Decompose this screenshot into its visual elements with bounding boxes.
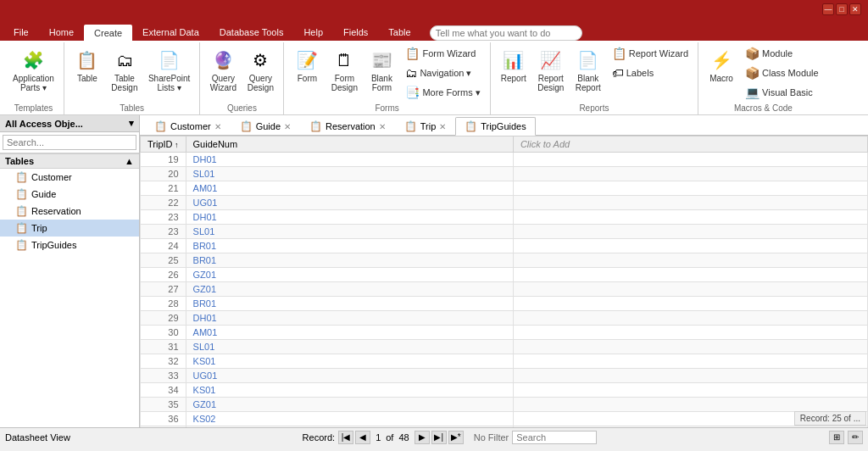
report-button[interactable]: 📊 Report — [496, 44, 531, 86]
more-forms-button[interactable]: 📑 More Forms ▾ — [401, 83, 484, 102]
table-design-button[interactable]: 🗂 TableDesign — [107, 44, 142, 95]
table-row[interactable]: 29DH01 — [141, 311, 868, 326]
sharepoint-lists-button[interactable]: 📄 SharePointLists ▾ — [144, 44, 194, 95]
tab-home[interactable]: Home — [39, 24, 84, 41]
table-row[interactable]: 26GZ01 — [141, 268, 868, 282]
table-row[interactable]: 37RH01 — [141, 426, 868, 428]
tab-icon: 📋 — [465, 120, 477, 132]
tables-collapse-icon[interactable]: ▲ — [125, 156, 134, 166]
new-record-button[interactable]: ▶* — [448, 431, 464, 444]
report-design-icon: 📈 — [537, 47, 565, 74]
table-button[interactable]: 📋 Table — [70, 44, 105, 86]
tab-close-icon[interactable]: ✕ — [284, 122, 291, 131]
visual-basic-button[interactable]: 💻 Visual Basic — [741, 83, 823, 102]
nav-item-tripguides[interactable]: 📋TripGuides — [0, 237, 139, 253]
tab-create[interactable]: Create — [84, 25, 132, 42]
maximize-button[interactable]: □ — [836, 3, 848, 15]
form-wizard-button[interactable]: 📋 Form Wizard — [401, 44, 484, 63]
nav-pane-chevron[interactable]: ▾ — [129, 118, 134, 129]
table-row[interactable]: 22UG01 — [141, 196, 868, 210]
record-nav-controls[interactable]: |◀ ◀ 1 of 48 ▶ ▶| ▶* — [338, 431, 464, 444]
col-header-click-to-add[interactable]: Click to Add — [513, 136, 867, 153]
window-controls[interactable]: — □ ✕ — [822, 3, 861, 15]
close-button[interactable]: ✕ — [849, 3, 861, 15]
cell-guidenum: BR01 — [186, 239, 513, 253]
tab-close-icon[interactable]: ✕ — [214, 122, 221, 131]
datasheet-view-button[interactable]: ⊞ — [829, 431, 844, 444]
tab-file[interactable]: File — [3, 24, 39, 41]
tab-fields[interactable]: Fields — [333, 24, 378, 41]
tab-label: Reservation — [326, 121, 376, 131]
prev-record-button[interactable]: ◀ — [355, 431, 370, 444]
query-design-button[interactable]: ⚙ QueryDesign — [242, 44, 278, 95]
last-record-button[interactable]: ▶| — [431, 431, 447, 444]
query-wizard-button[interactable]: 🔮 QueryWizard — [205, 44, 241, 95]
cell-empty — [513, 311, 867, 326]
obj-tab-customer[interactable]: 📋Customer✕ — [145, 117, 231, 135]
cell-tripid-num: 22 — [141, 196, 186, 210]
report-wizard-button[interactable]: 📋 Report Wizard — [608, 44, 693, 63]
nav-section-tables[interactable]: Tables ▲ — [0, 153, 139, 169]
tab-database-tools[interactable]: Database Tools — [209, 24, 294, 41]
form-label: Form — [298, 74, 317, 83]
table-row[interactable]: 23DH01 — [141, 210, 868, 225]
obj-tab-guide[interactable]: 📋Guide✕ — [231, 117, 300, 135]
blank-form-button[interactable]: 📰 BlankForm — [364, 44, 399, 95]
table-row[interactable]: 34KS01 — [141, 383, 868, 398]
object-tabs: 📋Customer✕📋Guide✕📋Reservation✕📋Trip✕📋Tri… — [140, 115, 868, 136]
next-record-button[interactable]: ▶ — [415, 431, 430, 444]
tab-external-data[interactable]: External Data — [132, 24, 209, 41]
first-record-button[interactable]: |◀ — [338, 431, 353, 444]
table-design-icon: 🗂 — [111, 47, 138, 74]
cell-guidenum: RH01 — [186, 426, 513, 428]
cell-tripid-num: 29 — [141, 311, 186, 326]
obj-tab-trip[interactable]: 📋Trip✕ — [395, 117, 456, 135]
navigation-button[interactable]: 🗂 Navigation ▾ — [401, 64, 484, 82]
table-row[interactable]: 24BR01 — [141, 239, 868, 253]
nav-item-reservation[interactable]: 📋Reservation — [0, 203, 139, 220]
nav-item-trip[interactable]: 📋Trip — [0, 220, 139, 237]
table-row[interactable]: 20SL01 — [141, 167, 868, 181]
tab-table[interactable]: Table — [378, 24, 420, 41]
design-view-button[interactable]: ✏ — [848, 431, 863, 444]
obj-tab-reservation[interactable]: 📋Reservation✕ — [300, 117, 395, 135]
nav-search-input[interactable] — [3, 135, 136, 150]
table-scroll[interactable]: TripIDGuideNumClick to Add 19DH0120SL012… — [140, 136, 868, 427]
report-design-button[interactable]: 📈 ReportDesign — [533, 44, 569, 95]
table-row[interactable]: 36KS02 — [141, 412, 868, 426]
class-module-button[interactable]: 📦 Class Module — [741, 64, 823, 82]
table-row[interactable]: 30AM01 — [141, 326, 868, 340]
table-row[interactable]: 31SL01 — [141, 340, 868, 354]
obj-tab-tripguides[interactable]: 📋TripGuides — [455, 117, 535, 136]
form-button[interactable]: 📝 Form — [289, 44, 325, 86]
tab-close-icon[interactable]: ✕ — [439, 122, 446, 131]
tables-section-label: Tables — [5, 156, 34, 166]
col-header-guidenum[interactable]: GuideNum — [186, 136, 513, 153]
labels-button[interactable]: 🏷 Labels — [608, 64, 693, 82]
minimize-button[interactable]: — — [822, 3, 834, 15]
table-row[interactable]: 27GZ01 — [141, 282, 868, 297]
tab-help[interactable]: Help — [293, 24, 333, 41]
nav-item-customer[interactable]: 📋Customer — [0, 169, 139, 186]
blank-report-button[interactable]: 📄 BlankReport — [570, 44, 606, 95]
tab-close-icon[interactable]: ✕ — [379, 122, 386, 131]
table-row[interactable]: 23SL01 — [141, 225, 868, 239]
table-row[interactable]: 33UG01 — [141, 369, 868, 383]
table-row[interactable]: 28BR01 — [141, 297, 868, 311]
table-row[interactable]: 35GZ01 — [141, 398, 868, 412]
table-row[interactable]: 21AM01 — [141, 181, 868, 196]
table-search-input[interactable] — [512, 431, 597, 444]
module-button[interactable]: 📦 Module — [741, 44, 823, 63]
report-label: Report — [501, 74, 526, 83]
table-row[interactable]: 19DH01 — [141, 153, 868, 167]
form-design-button[interactable]: 🗒 FormDesign — [326, 44, 362, 95]
nav-item-guide[interactable]: 📋Guide — [0, 186, 139, 203]
table-row[interactable]: 32KS01 — [141, 354, 868, 369]
search-ribbon-input[interactable] — [430, 25, 582, 41]
nav-pane-header[interactable]: All Access Obje... ▾ — [0, 115, 139, 132]
macro-button[interactable]: ⚡ Macro — [704, 44, 739, 86]
col-header-tripid[interactable]: TripID — [141, 136, 186, 153]
cell-tripid-num: 30 — [141, 326, 186, 340]
table-row[interactable]: 25BR01 — [141, 253, 868, 268]
application-parts-button[interactable]: 🧩 ApplicationParts ▾ — [8, 44, 58, 95]
